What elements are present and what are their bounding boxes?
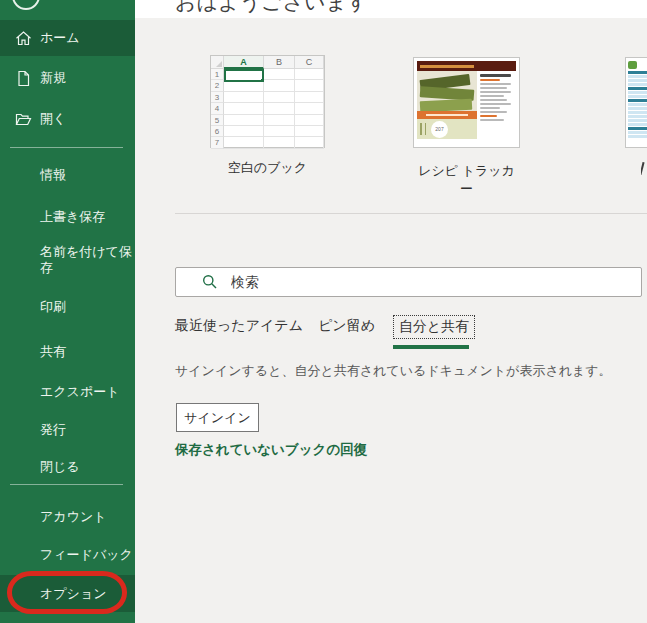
sidebar-divider — [10, 484, 123, 485]
sidebar-item-close[interactable]: 閉じる — [40, 459, 80, 475]
clipped-card-rows — [628, 71, 647, 138]
sidebar-item-share[interactable]: 共有 — [40, 344, 66, 360]
sidebar-item-account[interactable]: アカウント — [40, 509, 107, 525]
template-blank-workbook[interactable]: A B C 1 2 3 4 5 6 7 — [210, 55, 325, 148]
search-icon — [202, 274, 218, 290]
recipe-photo: 207 — [417, 71, 477, 139]
sidebar-item-feedback[interactable]: フィードバック — [40, 547, 133, 563]
recipe-title-bar — [417, 61, 516, 71]
template-label-blank-workbook[interactable]: 空白のブック — [210, 159, 325, 177]
home-icon — [15, 30, 32, 47]
active-tab-underline — [393, 345, 469, 349]
greeting-header: おはようございます — [135, 0, 647, 18]
backstage-main: おはようございます A B C 1 2 3 4 5 6 7 空白のブック — [135, 0, 647, 623]
recipe-calorie-strip: 207 — [417, 119, 477, 139]
column-header-b: B — [264, 56, 295, 69]
selected-cell-a1 — [224, 69, 264, 82]
row-number: 2 — [211, 80, 224, 91]
row-number: 6 — [211, 126, 224, 137]
sidebar-item-open[interactable]: 開く — [0, 101, 135, 137]
signin-button[interactable]: サインイン — [176, 403, 259, 432]
sidebar-item-label: ホーム — [40, 29, 80, 47]
signin-message: サインインすると、自分と共有されているドキュメントが表示されます。 — [175, 362, 612, 380]
sidebar-item-label: 新規 — [40, 69, 66, 87]
sidebar-item-options[interactable]: オプション — [0, 575, 135, 612]
row-number: 1 — [211, 69, 224, 80]
search-box[interactable] — [175, 267, 642, 297]
tab-shared-with-me[interactable]: 自分と共有 — [393, 315, 475, 339]
spreadsheet-column-headers: A B C — [211, 56, 324, 69]
clipped-template-label-fragment — [641, 162, 646, 175]
sidebar-item-export[interactable]: エクスポート — [40, 384, 120, 400]
row-number: 3 — [211, 92, 224, 103]
recipe-orange-ribbon — [417, 111, 477, 119]
sidebar-item-label: オプション — [40, 585, 107, 603]
new-document-icon — [15, 70, 32, 87]
search-input[interactable] — [231, 274, 641, 290]
greeting-text: おはようございます — [175, 0, 647, 16]
sidebar-item-publish[interactable]: 発行 — [40, 422, 66, 438]
recipe-info-panel — [477, 71, 516, 139]
tab-recent[interactable]: 最近使ったアイテム — [175, 317, 303, 335]
sidebar-item-new[interactable]: 新規 — [0, 60, 135, 96]
open-folder-icon — [15, 111, 32, 128]
recover-unsaved-workbooks-link[interactable]: 保存されていないブックの回復 — [175, 441, 367, 459]
row-number: 5 — [211, 115, 224, 126]
sidebar-item-save[interactable]: 上書き保存 — [40, 209, 105, 225]
back-arrow-icon[interactable] — [12, 0, 40, 10]
tab-pinned[interactable]: ピン留め — [318, 317, 375, 335]
sidebar-item-info[interactable]: 情報 — [40, 167, 66, 183]
row-number: 4 — [211, 103, 224, 114]
sidebar-item-home[interactable]: ホーム — [0, 20, 135, 56]
select-all-corner — [211, 56, 224, 69]
calorie-badge: 207 — [431, 121, 448, 138]
sidebar-item-label: 開く — [40, 110, 66, 128]
row-number: 7 — [211, 137, 224, 148]
template-recipe-tracker[interactable]: 207 — [413, 57, 520, 148]
template-clipped-card[interactable] — [625, 57, 647, 148]
section-divider — [175, 213, 647, 214]
column-header-a: A — [224, 56, 264, 69]
clipped-card-header — [628, 60, 647, 69]
sidebar-item-save-as[interactable]: 名前を付けて保存 — [40, 244, 134, 276]
sidebar-divider — [10, 147, 123, 148]
sidebar-item-print[interactable]: 印刷 — [40, 299, 66, 315]
column-header-c: C — [295, 56, 324, 69]
backstage-sidebar: ホーム 新規 開く 情報 上書き保存 名前を付けて保存 印刷 共有 エクスポート… — [0, 0, 135, 623]
template-label-recipe-tracker[interactable]: レシピ トラッカー — [413, 162, 520, 198]
